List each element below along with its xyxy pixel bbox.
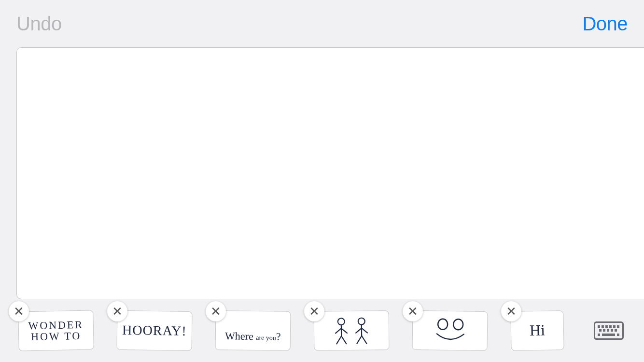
svg-line-9 (362, 328, 367, 333)
recent-drawing-hooray: ✕ HOORAY! (117, 311, 192, 350)
recent-drawing-stick-figures: ✕ (314, 311, 389, 350)
svg-rect-19 (613, 325, 616, 328)
svg-rect-22 (603, 329, 605, 332)
done-button[interactable]: Done (582, 13, 628, 35)
svg-line-11 (362, 336, 366, 344)
drawing-content: Hi (530, 322, 546, 339)
drawing-content: HOORAY! (122, 323, 187, 338)
delete-drawing-button[interactable]: ✕ (403, 301, 423, 321)
recent-drawing-thumbnail[interactable]: HOORAY! (116, 310, 192, 351)
smiley-icon (419, 314, 482, 347)
recent-drawing-thumbnail[interactable]: Where are you? (215, 310, 291, 351)
svg-rect-27 (602, 334, 615, 336)
recent-drawing-wonder-how-to: ✕ WONDER HOW TO (18, 311, 94, 350)
svg-line-2 (336, 328, 341, 333)
delete-drawing-button[interactable]: ✕ (501, 301, 521, 321)
recent-drawing-smiley: ✕ (412, 311, 488, 350)
close-icon: ✕ (14, 305, 24, 318)
close-icon: ✕ (506, 305, 517, 318)
svg-line-10 (357, 336, 362, 344)
undo-button[interactable]: Undo (16, 13, 62, 35)
svg-rect-17 (605, 325, 608, 328)
delete-drawing-button[interactable]: ✕ (206, 301, 226, 321)
close-icon: ✕ (112, 305, 123, 318)
stick-figures-icon (320, 314, 383, 347)
svg-rect-23 (607, 329, 609, 332)
keyboard-button[interactable] (594, 321, 624, 340)
recent-drawing-thumbnail[interactable] (412, 310, 488, 351)
svg-rect-20 (617, 325, 619, 328)
delete-drawing-button[interactable]: ✕ (9, 301, 29, 321)
svg-line-8 (356, 328, 362, 333)
recent-drawing-thumbnail[interactable]: WONDER HOW TO (18, 310, 94, 351)
close-icon: ✕ (407, 305, 418, 318)
svg-point-13 (453, 319, 463, 330)
svg-point-6 (358, 318, 365, 325)
delete-drawing-button[interactable]: ✕ (107, 301, 127, 321)
header-bar: Undo Done (0, 0, 644, 47)
drawing-content: Where are you? (225, 319, 281, 342)
svg-point-12 (438, 319, 448, 330)
svg-point-0 (338, 318, 345, 325)
svg-rect-25 (615, 329, 617, 332)
close-icon: ✕ (210, 305, 221, 318)
svg-rect-18 (609, 325, 612, 328)
recent-drawings-tray: ✕ WONDER HOW TO ✕ HOORAY! ✕ Where are yo… (0, 299, 644, 362)
recent-drawing-where-are-you: ✕ Where are you? (215, 311, 291, 350)
svg-rect-28 (617, 334, 619, 336)
svg-rect-15 (598, 325, 600, 328)
drawing-content: WONDER HOW TO (28, 319, 84, 343)
svg-rect-16 (602, 325, 604, 328)
close-icon: ✕ (309, 305, 320, 318)
delete-drawing-button[interactable]: ✕ (304, 301, 324, 321)
svg-line-5 (341, 336, 346, 344)
recent-drawing-hi: ✕ Hi (511, 311, 564, 350)
svg-rect-21 (599, 329, 602, 332)
keyboard-icon (594, 321, 624, 340)
drawing-canvas[interactable] (16, 47, 644, 299)
recent-drawing-thumbnail[interactable] (314, 310, 390, 351)
svg-rect-24 (611, 329, 613, 332)
svg-line-4 (336, 336, 341, 344)
svg-rect-26 (598, 334, 600, 336)
svg-line-3 (341, 328, 347, 333)
